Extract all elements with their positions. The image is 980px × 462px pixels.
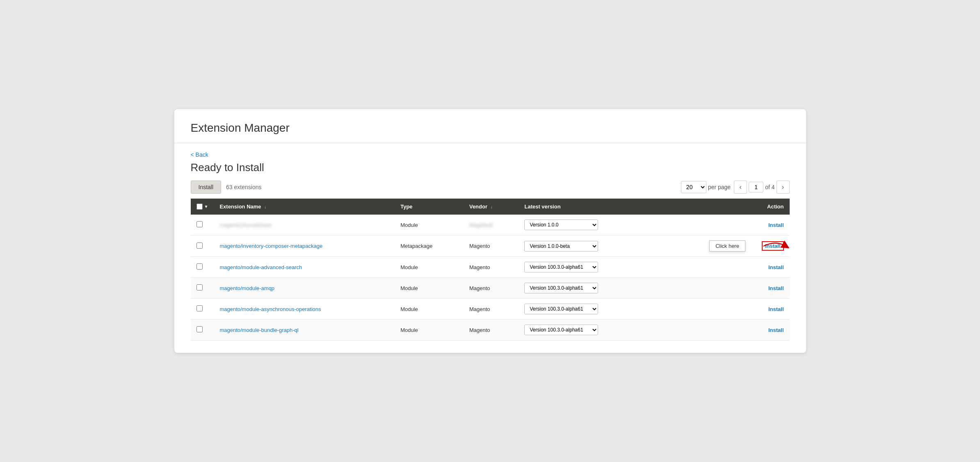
version-select[interactable]: Version 100.3.0-alpha61 [524, 304, 598, 314]
table-row: magento/inventory-composer-metapackageMe… [191, 236, 790, 257]
pagination: ‹ 1 of 4 › [734, 181, 789, 194]
extension-name-blurred: magento2/socialshare [219, 222, 272, 228]
sort-icon-extension: ↓ [264, 205, 266, 209]
row-type: Module [395, 278, 464, 299]
page-title: Extension Manager [191, 121, 790, 135]
row-checkbox-cell [191, 299, 214, 320]
row-checkbox[interactable] [196, 242, 203, 249]
extension-name-link[interactable]: magento/module-asynchronous-operations [219, 306, 321, 312]
row-action-cell: Install [653, 215, 789, 236]
row-vendor: Magento [464, 278, 519, 299]
select-all-checkbox[interactable] [196, 204, 203, 210]
row-version: Version 100.3.0-alpha61 [519, 278, 653, 299]
row-extension-name: magento2/socialshare [214, 215, 395, 236]
th-vendor[interactable]: Vendor ↓ [464, 199, 519, 215]
install-link[interactable]: Install [768, 327, 784, 333]
toolbar-left: Install 63 extensions [191, 181, 262, 194]
row-type: Module [395, 215, 464, 236]
row-checkbox-cell [191, 320, 214, 341]
row-checkbox[interactable] [196, 326, 203, 332]
page-title-area: Extension Manager [174, 109, 806, 143]
row-vendor: Magento [464, 236, 519, 257]
extension-name-link[interactable]: magento/module-advanced-search [219, 264, 302, 270]
content-area: < Back Ready to Install Install 63 exten… [174, 143, 806, 341]
version-select[interactable]: Version 1.0.0 [524, 220, 598, 230]
next-page-button[interactable]: › [777, 181, 790, 194]
table-row: magento/module-asynchronous-operationsMo… [191, 299, 790, 320]
row-version: Version 100.3.0-alpha61 [519, 257, 653, 278]
toolbar-right: 20 50 100 per page ‹ 1 of 4 › [681, 181, 790, 194]
table-body: magento2/socialshareModuleMagefaultVersi… [191, 215, 790, 341]
extension-name-link[interactable]: magento/inventory-composer-metapackage [219, 243, 322, 249]
table-row: magento2/socialshareModuleMagefaultVersi… [191, 215, 790, 236]
row-vendor: Magento [464, 257, 519, 278]
row-extension-name: magento/module-asynchronous-operations [214, 299, 395, 320]
row-checkbox[interactable] [196, 284, 203, 290]
row-type: Module [395, 257, 464, 278]
per-page-label: per page [708, 184, 731, 190]
click-here-arrow-icon [763, 240, 788, 252]
install-link[interactable]: Install [768, 264, 784, 270]
checkbox-chevron-icon[interactable]: ▼ [204, 204, 208, 209]
per-page-wrap: 20 50 100 per page [681, 181, 731, 193]
row-checkbox-cell [191, 257, 214, 278]
th-action: Action [653, 199, 789, 215]
sort-icon-vendor: ↓ [491, 205, 493, 209]
row-checkbox-cell [191, 236, 214, 257]
version-select[interactable]: Version 100.3.0-alpha61 [524, 283, 598, 293]
row-type: Module [395, 299, 464, 320]
row-version: Version 1.0.0-beta [519, 236, 653, 257]
prev-page-button[interactable]: ‹ [734, 181, 747, 194]
extension-name-link[interactable]: magento/module-bundle-graph-ql [219, 327, 298, 333]
version-select[interactable]: Version 1.0.0-beta [524, 241, 598, 252]
row-checkbox[interactable] [196, 263, 203, 270]
row-action-cell: Install [653, 257, 789, 278]
row-version: Version 1.0.0 [519, 215, 653, 236]
row-version: Version 100.3.0-alpha61 [519, 320, 653, 341]
row-extension-name: magento/inventory-composer-metapackage [214, 236, 395, 257]
section-title: Ready to Install [191, 161, 790, 174]
version-select[interactable]: Version 100.3.0-alpha61 [524, 325, 598, 335]
table-header-row: ▼ Extension Name ↓ Type Vendor ↓ [191, 199, 790, 215]
extension-name-link[interactable]: magento/module-amqp [219, 285, 274, 291]
row-action-cell: Install [653, 320, 789, 341]
version-select[interactable]: Version 100.3.0-alpha61 [524, 262, 598, 272]
row-vendor: Magefault [464, 215, 519, 236]
total-pages: of 4 [765, 184, 774, 190]
th-checkbox: ▼ [191, 199, 214, 215]
row-action-cell: Install [653, 299, 789, 320]
row-extension-name: magento/module-amqp [214, 278, 395, 299]
row-extension-name: magento/module-bundle-graph-ql [214, 320, 395, 341]
extensions-count: 63 extensions [226, 184, 261, 190]
click-here-tooltip: Click here [709, 240, 745, 252]
toolbar: Install 63 extensions 20 50 100 per page… [191, 181, 790, 199]
th-latest-version: Latest version [519, 199, 653, 215]
install-link[interactable]: Install [768, 285, 784, 291]
extensions-table: ▼ Extension Name ↓ Type Vendor ↓ [191, 199, 790, 341]
row-type: Metapackage [395, 236, 464, 257]
row-checkbox[interactable] [196, 305, 203, 311]
table-row: magento/module-bundle-graph-qlModuleMage… [191, 320, 790, 341]
main-card: Extension Manager < Back Ready to Instal… [174, 109, 806, 353]
back-link[interactable]: < Back [191, 151, 208, 158]
row-checkbox-cell [191, 215, 214, 236]
table-row: magento/module-advanced-searchModuleMage… [191, 257, 790, 278]
row-extension-name: magento/module-advanced-search [214, 257, 395, 278]
row-checkbox[interactable] [196, 221, 203, 227]
table-row: magento/module-amqpModuleMagentoVersion … [191, 278, 790, 299]
row-vendor: Magento [464, 320, 519, 341]
install-link[interactable]: Install [768, 222, 784, 228]
th-type: Type [395, 199, 464, 215]
row-type: Module [395, 320, 464, 341]
row-action-cell: Click hereInstall [653, 236, 789, 257]
row-version: Version 100.3.0-alpha61 [519, 299, 653, 320]
vendor-blurred: Magefault [469, 222, 493, 228]
row-checkbox-cell [191, 278, 214, 299]
install-link[interactable]: Install [768, 306, 784, 312]
row-vendor: Magento [464, 299, 519, 320]
per-page-select[interactable]: 20 50 100 [681, 181, 706, 193]
current-page[interactable]: 1 [749, 182, 763, 192]
th-extension-name[interactable]: Extension Name ↓ [214, 199, 395, 215]
install-button[interactable]: Install [191, 181, 222, 194]
row-action-cell: Install [653, 278, 789, 299]
